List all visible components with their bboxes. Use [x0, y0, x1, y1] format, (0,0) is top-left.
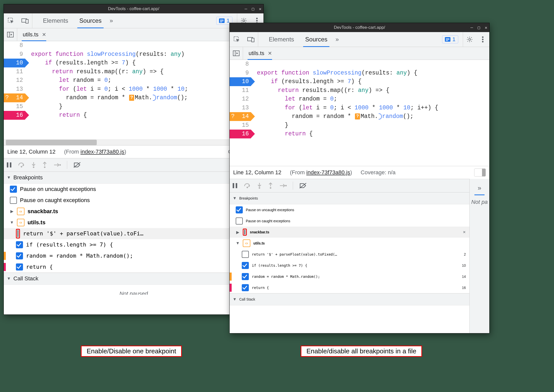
- callstack-header[interactable]: ▼ Call Stack: [230, 293, 469, 305]
- callstack-header[interactable]: ▼ Call Stack: [4, 273, 263, 285]
- step-into-icon[interactable]: [257, 182, 262, 189]
- svg-rect-35: [233, 51, 239, 56]
- svg-point-18: [33, 166, 34, 168]
- svg-point-31: [469, 38, 471, 40]
- breakpoint-checkbox[interactable]: [16, 252, 23, 259]
- breakpoint-item-random[interactable]: random = random * Math.random(); 14: [4, 250, 263, 261]
- cursor-position: Line 12, Column 12: [7, 149, 56, 155]
- breakpoint-item-return[interactable]: return { 16: [4, 261, 263, 273]
- breakpoint-item-if[interactable]: if (results.length >= 7) { 10: [230, 260, 469, 271]
- step-icon[interactable]: [53, 162, 61, 168]
- breakpoint-file-snackbar[interactable]: ▶ ‹› snackbar.ts: [4, 206, 263, 217]
- svg-rect-39: [236, 183, 237, 188]
- step-out-icon[interactable]: [42, 162, 47, 168]
- pause-caught-checkbox[interactable]: [10, 197, 17, 204]
- statusbar: Line 12, Column 12 (From index-73f73a80.…: [4, 145, 263, 158]
- pause-uncaught-row[interactable]: Pause on uncaught exceptions: [230, 204, 469, 215]
- deactivate-breakpoints-icon[interactable]: [299, 183, 307, 189]
- horizontal-scrollbar[interactable]: [4, 139, 263, 145]
- pause-uncaught-checkbox[interactable]: [10, 186, 17, 193]
- show-navigator-icon[interactable]: [4, 28, 17, 41]
- breakpoint-checkbox[interactable]: [17, 230, 18, 237]
- close-file-tab-icon[interactable]: ✕: [42, 32, 46, 38]
- tab-sources[interactable]: Sources: [74, 13, 107, 28]
- sourcemap-from: (From index-73f73a80.js): [290, 169, 352, 176]
- breakpoints-header[interactable]: ▼ Breakpoints: [4, 172, 263, 184]
- svg-point-34: [482, 41, 484, 42]
- gear-icon[interactable]: [463, 32, 476, 47]
- inspect-icon[interactable]: [4, 13, 18, 28]
- breakpoint-checkbox[interactable]: [242, 273, 249, 280]
- debugger-toolbar: [4, 158, 263, 172]
- svg-rect-15: [10, 162, 11, 167]
- inspect-icon[interactable]: [230, 32, 244, 47]
- svg-point-42: [259, 187, 260, 189]
- step-over-icon[interactable]: [18, 162, 25, 168]
- tab-elements[interactable]: Elements: [263, 32, 300, 47]
- pause-caught-row[interactable]: Pause on caught exceptions: [4, 195, 263, 206]
- svg-point-22: [59, 164, 61, 166]
- device-mode-icon[interactable]: [244, 32, 258, 47]
- tab-more[interactable]: »: [107, 13, 115, 28]
- breakpoint-item-return[interactable]: return { 16: [230, 282, 469, 293]
- breakpoint-file-utils[interactable]: ▼ ‹› utils.ts: [230, 238, 469, 249]
- maximize-button[interactable]: ▢: [252, 6, 254, 11]
- breakpoint-checkbox[interactable]: [16, 241, 23, 248]
- ts-file-icon: ‹›: [17, 208, 25, 215]
- breakpoint-item-if[interactable]: if (results.length >= 7) { 10: [4, 239, 263, 250]
- step-out-icon[interactable]: [268, 182, 273, 189]
- breakpoint-checkbox[interactable]: [242, 284, 249, 291]
- pause-caught-checkbox[interactable]: [236, 217, 243, 225]
- svg-rect-38: [233, 183, 234, 188]
- breakpoint-item-random[interactable]: random = random * Math.random(); 14: [230, 271, 469, 282]
- sidepane-toggle-icon[interactable]: [474, 168, 486, 177]
- kebab-icon[interactable]: [476, 36, 489, 43]
- pause-caught-row[interactable]: Pause on caught exceptions: [230, 215, 469, 227]
- close-button[interactable]: ✕: [259, 6, 261, 11]
- tab-sources[interactable]: Sources: [300, 32, 333, 47]
- svg-point-44: [270, 187, 271, 189]
- titlebar: DevTools - coffee-cart.app/ — ▢ ✕: [4, 4, 263, 13]
- breakpoint-file-utils[interactable]: ▼ ‹› utils.ts: [4, 217, 263, 228]
- show-navigator-icon[interactable]: [230, 47, 243, 60]
- close-file-tab-icon[interactable]: ✕: [268, 50, 272, 56]
- devtools-window-right: DevTools - coffee-cart.app/ — ▢ ✕ Elemen…: [229, 23, 490, 333]
- tab-more[interactable]: »: [333, 32, 341, 47]
- maximize-button[interactable]: ▢: [478, 25, 480, 30]
- conditional-bp-icon[interactable]: ?: [129, 95, 134, 101]
- code-editor[interactable]: 8 9export function slowProcessing(result…: [4, 41, 263, 139]
- not-paused-label: Not pa: [471, 197, 488, 205]
- minimize-button[interactable]: —: [245, 6, 247, 11]
- remove-file-breakpoints-icon[interactable]: ✕: [463, 230, 466, 234]
- pause-icon[interactable]: [232, 183, 238, 189]
- breakpoints-header[interactable]: ▼ Breakpoints: [230, 192, 469, 204]
- minimize-button[interactable]: —: [470, 25, 473, 30]
- close-button[interactable]: ✕: [485, 25, 487, 30]
- svg-rect-2: [26, 19, 28, 23]
- step-icon[interactable]: [279, 183, 287, 188]
- step-over-icon[interactable]: [244, 183, 251, 189]
- issues-badge[interactable]: 1: [442, 35, 458, 43]
- side-more-icon[interactable]: »: [478, 181, 481, 194]
- pause-uncaught-row[interactable]: Pause on uncaught exceptions: [4, 184, 263, 195]
- pause-icon[interactable]: [6, 162, 12, 168]
- debugger-toolbar: [230, 179, 469, 192]
- file-tab-utils-ts[interactable]: utils.ts ✕: [17, 28, 49, 41]
- breakpoint-file-snackbar[interactable]: ▶ snackbar.ts ✕: [230, 227, 469, 238]
- tab-elements[interactable]: Elements: [37, 13, 74, 28]
- file-tab-utils-ts[interactable]: utils.ts ✕: [243, 47, 275, 60]
- breakpoint-checkbox[interactable]: [242, 262, 249, 269]
- step-into-icon[interactable]: [31, 162, 36, 168]
- svg-rect-28: [446, 38, 449, 39]
- pause-uncaught-checkbox[interactable]: [236, 206, 243, 213]
- breakpoint-item-parsefloat[interactable]: return '$' + parseFloat(value).toFi… ✎ ✕…: [4, 228, 263, 239]
- code-editor[interactable]: 8 9export function slowProcessing(result…: [230, 60, 489, 166]
- breakpoint-item-parsefloat[interactable]: return '$' + parseFloat(value).toFixed(……: [230, 249, 469, 260]
- device-mode-icon[interactable]: [18, 13, 32, 28]
- conditional-bp-icon[interactable]: ?: [355, 113, 360, 119]
- breakpoint-checkbox[interactable]: [16, 263, 23, 271]
- deactivate-breakpoints-icon[interactable]: [73, 162, 81, 168]
- titlebar-text: DevTools - coffee-cart.app/: [108, 6, 159, 11]
- breakpoint-checkbox[interactable]: [242, 251, 249, 258]
- file-breakpoints-checkbox[interactable]: [244, 230, 245, 235]
